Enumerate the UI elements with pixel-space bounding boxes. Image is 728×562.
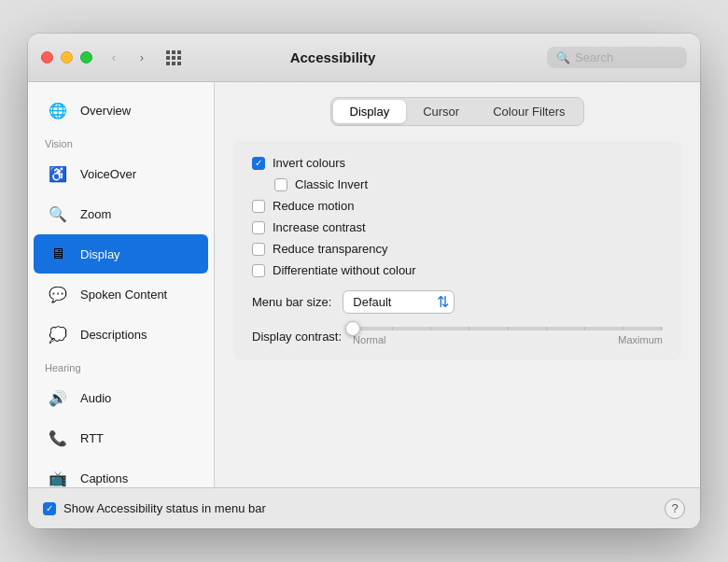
increase-contrast-row: Increase contrast bbox=[252, 220, 663, 234]
rtt-icon: 📞 bbox=[45, 425, 71, 451]
reduce-motion-checkbox[interactable] bbox=[252, 200, 265, 213]
show-accessibility-label: Show Accessibility status in menu bar bbox=[63, 501, 266, 515]
reduce-transparency-label: Reduce transparency bbox=[273, 242, 388, 256]
reduce-motion-label: Reduce motion bbox=[273, 199, 354, 213]
sidebar-item-label: RTT bbox=[80, 431, 104, 445]
help-button[interactable]: ? bbox=[665, 499, 685, 519]
close-button[interactable] bbox=[41, 51, 53, 63]
reduce-transparency-row: Reduce transparency bbox=[252, 242, 663, 256]
sidebar-item-rtt[interactable]: 📞 RTT bbox=[34, 418, 208, 457]
sidebar-item-spoken-content[interactable]: 💬 Spoken Content bbox=[34, 274, 208, 314]
sidebar-item-label: Audio bbox=[80, 391, 111, 405]
display-icon: 🖥 bbox=[45, 241, 71, 267]
titlebar: ‹ › Accessibility 🔍 Search bbox=[28, 34, 700, 82]
sidebar-item-zoom[interactable]: 🔍 Zoom bbox=[34, 194, 208, 233]
classic-invert-label: Classic Invert bbox=[295, 177, 368, 191]
sidebar-item-descriptions[interactable]: 💭 Descriptions bbox=[34, 315, 208, 354]
invert-colours-label: Invert colours bbox=[273, 156, 345, 170]
display-panel-content: Invert colours Classic Invert Reduce mot… bbox=[233, 141, 681, 360]
invert-colours-checkbox[interactable] bbox=[252, 157, 265, 170]
hearing-section-label: Hearing bbox=[28, 355, 214, 377]
search-icon: 🔍 bbox=[556, 51, 570, 64]
differentiate-colour-row: Differentiate without colour bbox=[252, 263, 663, 277]
sidebar-item-captions[interactable]: 📺 Captions bbox=[34, 458, 208, 487]
sidebar-item-audio[interactable]: 🔊 Audio bbox=[34, 378, 208, 417]
display-contrast-label: Display contrast: bbox=[252, 330, 342, 344]
search-placeholder: Search bbox=[575, 50, 613, 64]
zoom-icon: 🔍 bbox=[45, 201, 71, 227]
display-contrast-row: Display contrast: Normal M bbox=[252, 327, 663, 345]
menu-bar-size-label: Menu bar size: bbox=[252, 295, 331, 309]
slider-ticks bbox=[353, 327, 663, 330]
menu-bar-size-row: Menu bar size: Default Large ⇅ bbox=[252, 290, 663, 314]
sidebar-item-voiceover[interactable]: ♿ VoiceOver bbox=[34, 154, 208, 193]
maximize-button[interactable] bbox=[80, 51, 92, 63]
sidebar-item-label: Overview bbox=[80, 104, 131, 118]
sidebar-item-label: Display bbox=[80, 247, 120, 261]
search-box[interactable]: 🔍 Search bbox=[547, 47, 687, 68]
traffic-lights bbox=[41, 51, 92, 63]
show-accessibility-checkbox[interactable] bbox=[43, 502, 56, 515]
spoken-content-icon: 💬 bbox=[45, 281, 71, 307]
captions-icon: 📺 bbox=[45, 465, 71, 487]
invert-colours-row: Invert colours bbox=[252, 156, 663, 170]
back-button[interactable]: ‹ bbox=[102, 49, 126, 67]
main-window: ‹ › Accessibility 🔍 Search 🌐 Overview Vi… bbox=[28, 34, 700, 528]
increase-contrast-checkbox[interactable] bbox=[252, 221, 265, 234]
tab-cursor[interactable]: Cursor bbox=[406, 100, 476, 123]
sidebar: 🌐 Overview Vision ♿ VoiceOver 🔍 Zoom 🖥 D… bbox=[28, 82, 215, 487]
right-panel: Display Cursor Colour Filters Invert col… bbox=[215, 82, 700, 487]
tab-display[interactable]: Display bbox=[333, 100, 407, 123]
window-title: Accessibility bbox=[119, 49, 547, 65]
sidebar-item-display[interactable]: 🖥 Display bbox=[34, 234, 208, 274]
classic-invert-checkbox[interactable] bbox=[274, 178, 287, 191]
vision-section-label: Vision bbox=[28, 131, 214, 153]
menu-bar-size-select-wrap: Default Large ⇅ bbox=[343, 290, 455, 314]
voiceover-icon: ♿ bbox=[45, 161, 71, 187]
classic-invert-row: Classic Invert bbox=[274, 177, 663, 191]
sidebar-item-label: Spoken Content bbox=[80, 288, 167, 302]
display-contrast-track[interactable] bbox=[353, 327, 663, 330]
sidebar-item-overview[interactable]: 🌐 Overview bbox=[34, 91, 208, 130]
overview-icon: 🌐 bbox=[45, 97, 71, 123]
slider-labels: Normal Maximum bbox=[353, 334, 663, 345]
sidebar-item-label: VoiceOver bbox=[80, 167, 136, 181]
differentiate-colour-label: Differentiate without colour bbox=[273, 263, 416, 277]
slider-max-label: Maximum bbox=[618, 334, 663, 345]
sidebar-item-label: Captions bbox=[80, 471, 128, 485]
main-content: 🌐 Overview Vision ♿ VoiceOver 🔍 Zoom 🖥 D… bbox=[28, 82, 700, 487]
audio-icon: 🔊 bbox=[45, 385, 71, 411]
display-contrast-thumb[interactable] bbox=[345, 321, 360, 336]
sidebar-item-label: Zoom bbox=[80, 207, 111, 221]
tab-group: Display Cursor Colour Filters bbox=[330, 97, 585, 126]
descriptions-icon: 💭 bbox=[45, 321, 71, 347]
reduce-motion-row: Reduce motion bbox=[252, 199, 663, 213]
increase-contrast-label: Increase contrast bbox=[273, 220, 366, 234]
footer: Show Accessibility status in menu bar ? bbox=[28, 487, 700, 528]
tabs-bar: Display Cursor Colour Filters bbox=[233, 97, 681, 126]
display-contrast-slider-container: Normal Maximum bbox=[353, 327, 663, 345]
sidebar-item-label: Descriptions bbox=[80, 328, 147, 342]
footer-checkbox-row: Show Accessibility status in menu bar bbox=[43, 501, 665, 515]
minimize-button[interactable] bbox=[61, 51, 73, 63]
tab-colour-filters[interactable]: Colour Filters bbox=[476, 100, 581, 123]
slider-min-label: Normal bbox=[353, 334, 385, 345]
reduce-transparency-checkbox[interactable] bbox=[252, 243, 265, 256]
menu-bar-size-select[interactable]: Default Large bbox=[343, 290, 455, 314]
differentiate-colour-checkbox[interactable] bbox=[252, 264, 265, 277]
